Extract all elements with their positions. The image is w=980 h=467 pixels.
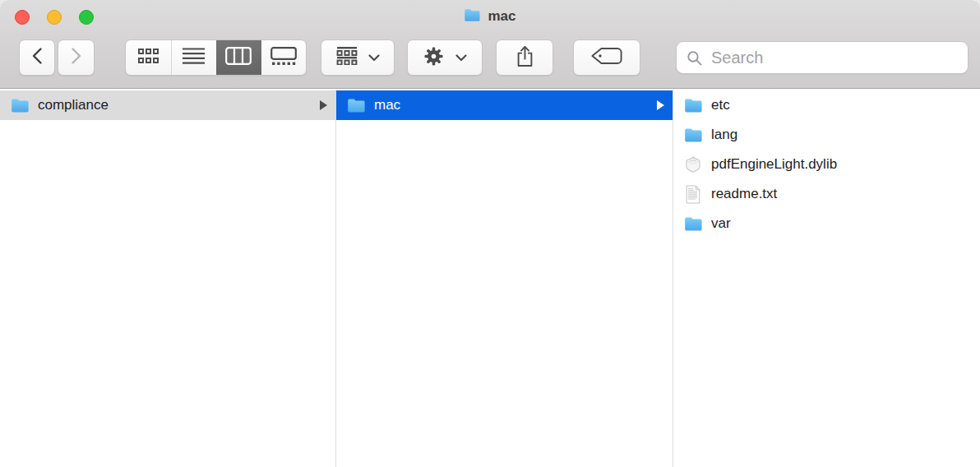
- group-by-button[interactable]: [321, 39, 395, 76]
- title-folder-icon: [464, 8, 481, 25]
- text-file-icon: [683, 185, 703, 204]
- file-row-dylib[interactable]: pdfEngineLight.dylib: [673, 150, 980, 179]
- file-row-mac[interactable]: mac: [336, 90, 673, 120]
- gear-icon: [423, 45, 445, 71]
- window-chrome: mac: [0, 0, 980, 89]
- file-row-readme[interactable]: readme.txt: [673, 179, 980, 209]
- file-row-var[interactable]: var: [673, 209, 980, 238]
- chevron-left-icon: [31, 47, 43, 68]
- window-title-group: mac: [0, 0, 980, 33]
- file-name: var: [711, 215, 972, 232]
- action-button[interactable]: [407, 39, 483, 76]
- gallery-view-icon: [270, 47, 297, 68]
- search-input[interactable]: [677, 42, 968, 73]
- file-name: lang: [711, 127, 972, 143]
- chevron-right-icon: [71, 47, 82, 68]
- dylib-icon: [683, 155, 703, 173]
- back-button[interactable]: [19, 39, 55, 76]
- file-name: etc: [711, 97, 972, 113]
- disclosure-triangle-icon: [320, 100, 327, 110]
- column-browser: compliance mac etc: [0, 90, 980, 467]
- chevron-down-icon: [368, 50, 380, 65]
- file-name: pdfEngineLight.dylib: [711, 156, 972, 173]
- search-field: [676, 41, 968, 74]
- toolbar: [0, 39, 980, 76]
- folder-icon: [683, 127, 703, 143]
- view-icon-button[interactable]: [126, 40, 171, 75]
- icon-view-icon: [138, 49, 159, 67]
- tag-icon: [589, 45, 624, 70]
- finder-window: mac: [0, 0, 980, 467]
- folder-icon: [346, 98, 366, 113]
- view-gallery-button[interactable]: [261, 40, 307, 75]
- group-by-icon: [336, 47, 358, 68]
- view-list-button[interactable]: [171, 40, 217, 75]
- tag-button[interactable]: [573, 39, 640, 76]
- titlebar[interactable]: mac: [0, 0, 980, 33]
- folder-icon: [10, 98, 30, 113]
- file-name: mac: [374, 97, 649, 113]
- share-icon: [515, 45, 534, 71]
- folder-icon: [683, 216, 703, 232]
- file-row-lang[interactable]: lang: [673, 120, 980, 150]
- folder-icon: [683, 98, 703, 113]
- chevron-down-icon: [455, 50, 467, 65]
- browser-column-1: compliance: [0, 90, 336, 467]
- column-view-icon: [225, 47, 252, 68]
- window-title: mac: [488, 8, 515, 25]
- file-name: readme.txt: [711, 186, 972, 202]
- file-row-compliance[interactable]: compliance: [0, 90, 335, 120]
- view-column-button[interactable]: [216, 40, 261, 75]
- disclosure-triangle-icon: [657, 100, 664, 110]
- file-row-etc[interactable]: etc: [673, 90, 980, 120]
- browser-column-3: etc lang pdfEngineLight.dylib: [673, 90, 980, 467]
- share-button[interactable]: [496, 39, 553, 76]
- list-view-icon: [183, 48, 205, 67]
- forward-button[interactable]: [58, 39, 95, 76]
- view-switcher: [125, 39, 307, 76]
- browser-column-2: mac: [336, 90, 673, 467]
- file-name: compliance: [38, 97, 312, 113]
